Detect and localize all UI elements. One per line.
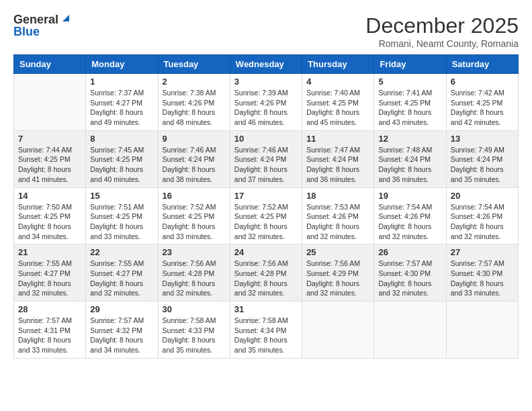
day-info: Sunrise: 7:56 AMSunset: 4:28 PMDaylight:…	[234, 259, 298, 298]
day-number: 4	[306, 77, 369, 87]
table-row	[446, 302, 518, 359]
day-info: Sunrise: 7:46 AMSunset: 4:24 PMDaylight:…	[163, 145, 226, 185]
day-number: 23	[163, 247, 226, 257]
day-info: Sunrise: 7:40 AMSunset: 4:25 PMDaylight:…	[306, 88, 369, 128]
day-info: Sunrise: 7:51 AMSunset: 4:25 PMDaylight:…	[90, 202, 153, 242]
calendar-week-row: 7Sunrise: 7:44 AMSunset: 4:25 PMDaylight…	[14, 130, 519, 187]
day-number: 19	[378, 191, 441, 201]
day-number: 17	[234, 191, 298, 201]
table-row: 3Sunrise: 7:39 AMSunset: 4:26 PMDaylight…	[230, 74, 302, 131]
day-info: Sunrise: 7:41 AMSunset: 4:25 PMDaylight:…	[378, 88, 441, 128]
table-row: 31Sunrise: 7:58 AMSunset: 4:34 PMDayligh…	[230, 302, 302, 359]
logo-icon	[60, 12, 72, 24]
table-row: 24Sunrise: 7:56 AMSunset: 4:28 PMDayligh…	[230, 244, 302, 302]
day-info: Sunrise: 7:57 AMSunset: 4:30 PMDaylight:…	[451, 259, 514, 298]
day-number: 1	[90, 77, 153, 87]
table-row: 12Sunrise: 7:48 AMSunset: 4:24 PMDayligh…	[374, 130, 446, 187]
table-row: 30Sunrise: 7:58 AMSunset: 4:33 PMDayligh…	[158, 302, 230, 359]
day-number: 22	[90, 247, 153, 257]
day-number: 10	[234, 134, 298, 144]
day-info: Sunrise: 7:37 AMSunset: 4:27 PMDaylight:…	[90, 88, 153, 128]
logo: General Blue	[13, 13, 72, 38]
table-row: 10Sunrise: 7:46 AMSunset: 4:24 PMDayligh…	[230, 130, 302, 187]
day-number: 26	[378, 247, 441, 257]
day-info: Sunrise: 7:44 AMSunset: 4:25 PMDaylight:…	[18, 145, 81, 185]
day-info: Sunrise: 7:45 AMSunset: 4:25 PMDaylight:…	[90, 145, 153, 185]
day-number: 2	[163, 77, 226, 87]
day-info: Sunrise: 7:56 AMSunset: 4:29 PMDaylight:…	[306, 259, 369, 298]
table-row: 16Sunrise: 7:52 AMSunset: 4:25 PMDayligh…	[158, 187, 230, 244]
calendar-week-row: 28Sunrise: 7:57 AMSunset: 4:31 PMDayligh…	[14, 302, 519, 359]
day-number: 3	[234, 77, 298, 87]
day-info: Sunrise: 7:38 AMSunset: 4:26 PMDaylight:…	[163, 88, 226, 128]
day-info: Sunrise: 7:48 AMSunset: 4:24 PMDaylight:…	[378, 145, 441, 185]
day-info: Sunrise: 7:54 AMSunset: 4:26 PMDaylight:…	[451, 202, 514, 242]
day-info: Sunrise: 7:42 AMSunset: 4:25 PMDaylight:…	[451, 88, 514, 128]
table-row: 25Sunrise: 7:56 AMSunset: 4:29 PMDayligh…	[302, 244, 374, 302]
day-info: Sunrise: 7:39 AMSunset: 4:26 PMDaylight:…	[234, 88, 298, 128]
day-number: 21	[18, 247, 81, 257]
header-friday: Friday	[374, 55, 446, 74]
day-number: 15	[90, 191, 153, 201]
table-row: 21Sunrise: 7:55 AMSunset: 4:27 PMDayligh…	[14, 244, 86, 302]
table-row: 18Sunrise: 7:53 AMSunset: 4:26 PMDayligh…	[302, 187, 374, 244]
table-row: 5Sunrise: 7:41 AMSunset: 4:25 PMDaylight…	[374, 74, 446, 131]
day-number: 25	[306, 247, 369, 257]
month-year-title: December 2025	[365, 13, 519, 38]
table-row: 20Sunrise: 7:54 AMSunset: 4:26 PMDayligh…	[446, 187, 518, 244]
day-number: 28	[18, 304, 81, 314]
day-info: Sunrise: 7:56 AMSunset: 4:28 PMDaylight:…	[163, 259, 226, 298]
header-monday: Monday	[86, 55, 158, 74]
table-row	[374, 302, 446, 359]
header-wednesday: Wednesday	[230, 55, 302, 74]
calendar-week-row: 21Sunrise: 7:55 AMSunset: 4:27 PMDayligh…	[14, 244, 519, 302]
table-row: 23Sunrise: 7:56 AMSunset: 4:28 PMDayligh…	[158, 244, 230, 302]
day-number: 18	[306, 191, 369, 201]
day-number: 8	[90, 134, 153, 144]
day-number: 24	[234, 247, 298, 257]
day-info: Sunrise: 7:46 AMSunset: 4:24 PMDaylight:…	[234, 145, 298, 185]
header-thursday: Thursday	[302, 55, 374, 74]
day-number: 29	[90, 304, 153, 314]
day-info: Sunrise: 7:49 AMSunset: 4:24 PMDaylight:…	[451, 145, 514, 185]
table-row: 17Sunrise: 7:52 AMSunset: 4:25 PMDayligh…	[230, 187, 302, 244]
day-number: 11	[306, 134, 369, 144]
table-row: 4Sunrise: 7:40 AMSunset: 4:25 PMDaylight…	[302, 74, 374, 131]
table-row: 28Sunrise: 7:57 AMSunset: 4:31 PMDayligh…	[14, 302, 86, 359]
day-info: Sunrise: 7:58 AMSunset: 4:34 PMDaylight:…	[234, 316, 298, 355]
day-info: Sunrise: 7:57 AMSunset: 4:30 PMDaylight:…	[378, 259, 441, 298]
table-row: 26Sunrise: 7:57 AMSunset: 4:30 PMDayligh…	[374, 244, 446, 302]
logo-blue-text: Blue	[13, 26, 40, 38]
calendar-header-row: Sunday Monday Tuesday Wednesday Thursday…	[14, 55, 519, 74]
day-number: 30	[163, 304, 226, 314]
day-number: 14	[18, 191, 81, 201]
day-number: 13	[451, 134, 514, 144]
day-number: 9	[163, 134, 226, 144]
day-info: Sunrise: 7:55 AMSunset: 4:27 PMDaylight:…	[18, 259, 81, 298]
day-number: 5	[378, 77, 441, 87]
title-section: December 2025 Romani, Neamt County, Roma…	[365, 13, 519, 49]
table-row: 22Sunrise: 7:55 AMSunset: 4:27 PMDayligh…	[86, 244, 158, 302]
day-info: Sunrise: 7:55 AMSunset: 4:27 PMDaylight:…	[90, 259, 153, 298]
table-row: 11Sunrise: 7:47 AMSunset: 4:24 PMDayligh…	[302, 130, 374, 187]
header-tuesday: Tuesday	[158, 55, 230, 74]
day-number: 16	[163, 191, 226, 201]
day-info: Sunrise: 7:57 AMSunset: 4:31 PMDaylight:…	[18, 316, 81, 355]
calendar-week-row: 1Sunrise: 7:37 AMSunset: 4:27 PMDaylight…	[14, 74, 519, 131]
day-info: Sunrise: 7:50 AMSunset: 4:25 PMDaylight:…	[18, 202, 81, 242]
calendar-week-row: 14Sunrise: 7:50 AMSunset: 4:25 PMDayligh…	[14, 187, 519, 244]
day-info: Sunrise: 7:57 AMSunset: 4:32 PMDaylight:…	[90, 316, 153, 355]
table-row	[302, 302, 374, 359]
day-number: 12	[378, 134, 441, 144]
day-number: 27	[451, 247, 514, 257]
table-row: 8Sunrise: 7:45 AMSunset: 4:25 PMDaylight…	[86, 130, 158, 187]
table-row: 27Sunrise: 7:57 AMSunset: 4:30 PMDayligh…	[446, 244, 518, 302]
table-row: 13Sunrise: 7:49 AMSunset: 4:24 PMDayligh…	[446, 130, 518, 187]
day-number: 7	[18, 134, 81, 144]
table-row: 6Sunrise: 7:42 AMSunset: 4:25 PMDaylight…	[446, 74, 518, 131]
table-row: 19Sunrise: 7:54 AMSunset: 4:26 PMDayligh…	[374, 187, 446, 244]
page-header: General Blue December 2025 Romani, Neamt…	[13, 13, 519, 49]
day-number: 20	[451, 191, 514, 201]
day-info: Sunrise: 7:52 AMSunset: 4:25 PMDaylight:…	[163, 202, 226, 242]
header-saturday: Saturday	[446, 55, 518, 74]
